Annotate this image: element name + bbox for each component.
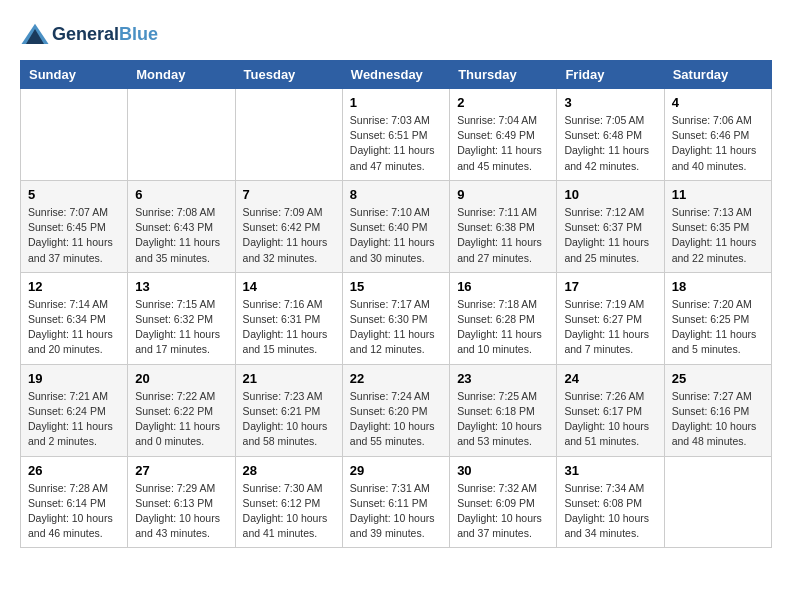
day-number: 19 [28, 371, 120, 386]
weekday-header-sunday: Sunday [21, 61, 128, 89]
day-info: Sunrise: 7:19 AM Sunset: 6:27 PM Dayligh… [564, 297, 656, 358]
calendar-week-row: 12Sunrise: 7:14 AM Sunset: 6:34 PM Dayli… [21, 272, 772, 364]
day-info: Sunrise: 7:10 AM Sunset: 6:40 PM Dayligh… [350, 205, 442, 266]
day-info: Sunrise: 7:32 AM Sunset: 6:09 PM Dayligh… [457, 481, 549, 542]
calendar-cell: 14Sunrise: 7:16 AM Sunset: 6:31 PM Dayli… [235, 272, 342, 364]
day-info: Sunrise: 7:20 AM Sunset: 6:25 PM Dayligh… [672, 297, 764, 358]
calendar-cell: 21Sunrise: 7:23 AM Sunset: 6:21 PM Dayli… [235, 364, 342, 456]
calendar-cell: 3Sunrise: 7:05 AM Sunset: 6:48 PM Daylig… [557, 89, 664, 181]
calendar-week-row: 19Sunrise: 7:21 AM Sunset: 6:24 PM Dayli… [21, 364, 772, 456]
weekday-header-wednesday: Wednesday [342, 61, 449, 89]
weekday-header-thursday: Thursday [450, 61, 557, 89]
day-info: Sunrise: 7:03 AM Sunset: 6:51 PM Dayligh… [350, 113, 442, 174]
day-number: 9 [457, 187, 549, 202]
day-number: 3 [564, 95, 656, 110]
logo: GeneralBlue [20, 20, 158, 50]
day-number: 5 [28, 187, 120, 202]
day-info: Sunrise: 7:09 AM Sunset: 6:42 PM Dayligh… [243, 205, 335, 266]
day-info: Sunrise: 7:25 AM Sunset: 6:18 PM Dayligh… [457, 389, 549, 450]
logo-icon [20, 20, 50, 50]
calendar-cell: 28Sunrise: 7:30 AM Sunset: 6:12 PM Dayli… [235, 456, 342, 548]
calendar-cell: 10Sunrise: 7:12 AM Sunset: 6:37 PM Dayli… [557, 180, 664, 272]
day-info: Sunrise: 7:05 AM Sunset: 6:48 PM Dayligh… [564, 113, 656, 174]
day-number: 13 [135, 279, 227, 294]
calendar-cell: 11Sunrise: 7:13 AM Sunset: 6:35 PM Dayli… [664, 180, 771, 272]
day-info: Sunrise: 7:30 AM Sunset: 6:12 PM Dayligh… [243, 481, 335, 542]
day-number: 24 [564, 371, 656, 386]
day-number: 20 [135, 371, 227, 386]
calendar-week-row: 26Sunrise: 7:28 AM Sunset: 6:14 PM Dayli… [21, 456, 772, 548]
calendar-cell: 2Sunrise: 7:04 AM Sunset: 6:49 PM Daylig… [450, 89, 557, 181]
calendar-cell: 20Sunrise: 7:22 AM Sunset: 6:22 PM Dayli… [128, 364, 235, 456]
day-info: Sunrise: 7:14 AM Sunset: 6:34 PM Dayligh… [28, 297, 120, 358]
day-info: Sunrise: 7:12 AM Sunset: 6:37 PM Dayligh… [564, 205, 656, 266]
calendar-cell: 1Sunrise: 7:03 AM Sunset: 6:51 PM Daylig… [342, 89, 449, 181]
calendar-cell: 19Sunrise: 7:21 AM Sunset: 6:24 PM Dayli… [21, 364, 128, 456]
day-info: Sunrise: 7:26 AM Sunset: 6:17 PM Dayligh… [564, 389, 656, 450]
day-number: 14 [243, 279, 335, 294]
calendar-cell: 30Sunrise: 7:32 AM Sunset: 6:09 PM Dayli… [450, 456, 557, 548]
day-number: 28 [243, 463, 335, 478]
day-info: Sunrise: 7:08 AM Sunset: 6:43 PM Dayligh… [135, 205, 227, 266]
day-info: Sunrise: 7:29 AM Sunset: 6:13 PM Dayligh… [135, 481, 227, 542]
day-info: Sunrise: 7:18 AM Sunset: 6:28 PM Dayligh… [457, 297, 549, 358]
calendar-cell: 31Sunrise: 7:34 AM Sunset: 6:08 PM Dayli… [557, 456, 664, 548]
day-info: Sunrise: 7:24 AM Sunset: 6:20 PM Dayligh… [350, 389, 442, 450]
day-info: Sunrise: 7:16 AM Sunset: 6:31 PM Dayligh… [243, 297, 335, 358]
day-info: Sunrise: 7:27 AM Sunset: 6:16 PM Dayligh… [672, 389, 764, 450]
day-number: 27 [135, 463, 227, 478]
day-number: 17 [564, 279, 656, 294]
calendar-week-row: 5Sunrise: 7:07 AM Sunset: 6:45 PM Daylig… [21, 180, 772, 272]
weekday-header-friday: Friday [557, 61, 664, 89]
day-info: Sunrise: 7:28 AM Sunset: 6:14 PM Dayligh… [28, 481, 120, 542]
day-number: 11 [672, 187, 764, 202]
calendar-table: SundayMondayTuesdayWednesdayThursdayFrid… [20, 60, 772, 548]
day-number: 22 [350, 371, 442, 386]
calendar-cell [21, 89, 128, 181]
weekday-header-monday: Monday [128, 61, 235, 89]
day-info: Sunrise: 7:23 AM Sunset: 6:21 PM Dayligh… [243, 389, 335, 450]
calendar-cell: 17Sunrise: 7:19 AM Sunset: 6:27 PM Dayli… [557, 272, 664, 364]
calendar-cell: 4Sunrise: 7:06 AM Sunset: 6:46 PM Daylig… [664, 89, 771, 181]
day-number: 1 [350, 95, 442, 110]
calendar-cell: 8Sunrise: 7:10 AM Sunset: 6:40 PM Daylig… [342, 180, 449, 272]
calendar-week-row: 1Sunrise: 7:03 AM Sunset: 6:51 PM Daylig… [21, 89, 772, 181]
calendar-cell: 12Sunrise: 7:14 AM Sunset: 6:34 PM Dayli… [21, 272, 128, 364]
calendar-cell: 24Sunrise: 7:26 AM Sunset: 6:17 PM Dayli… [557, 364, 664, 456]
day-number: 23 [457, 371, 549, 386]
day-number: 25 [672, 371, 764, 386]
day-info: Sunrise: 7:15 AM Sunset: 6:32 PM Dayligh… [135, 297, 227, 358]
day-info: Sunrise: 7:31 AM Sunset: 6:11 PM Dayligh… [350, 481, 442, 542]
calendar-cell: 16Sunrise: 7:18 AM Sunset: 6:28 PM Dayli… [450, 272, 557, 364]
day-info: Sunrise: 7:17 AM Sunset: 6:30 PM Dayligh… [350, 297, 442, 358]
calendar-cell: 26Sunrise: 7:28 AM Sunset: 6:14 PM Dayli… [21, 456, 128, 548]
day-number: 15 [350, 279, 442, 294]
day-number: 18 [672, 279, 764, 294]
day-info: Sunrise: 7:13 AM Sunset: 6:35 PM Dayligh… [672, 205, 764, 266]
day-info: Sunrise: 7:21 AM Sunset: 6:24 PM Dayligh… [28, 389, 120, 450]
day-number: 7 [243, 187, 335, 202]
calendar-cell: 5Sunrise: 7:07 AM Sunset: 6:45 PM Daylig… [21, 180, 128, 272]
day-number: 31 [564, 463, 656, 478]
calendar-cell: 22Sunrise: 7:24 AM Sunset: 6:20 PM Dayli… [342, 364, 449, 456]
day-number: 16 [457, 279, 549, 294]
day-info: Sunrise: 7:22 AM Sunset: 6:22 PM Dayligh… [135, 389, 227, 450]
day-number: 8 [350, 187, 442, 202]
calendar-cell: 18Sunrise: 7:20 AM Sunset: 6:25 PM Dayli… [664, 272, 771, 364]
day-info: Sunrise: 7:34 AM Sunset: 6:08 PM Dayligh… [564, 481, 656, 542]
day-number: 21 [243, 371, 335, 386]
day-number: 29 [350, 463, 442, 478]
weekday-header-saturday: Saturday [664, 61, 771, 89]
logo-text: GeneralBlue [52, 25, 158, 45]
calendar-cell: 7Sunrise: 7:09 AM Sunset: 6:42 PM Daylig… [235, 180, 342, 272]
page-header: GeneralBlue [20, 20, 772, 50]
day-number: 30 [457, 463, 549, 478]
calendar-cell: 13Sunrise: 7:15 AM Sunset: 6:32 PM Dayli… [128, 272, 235, 364]
day-number: 2 [457, 95, 549, 110]
calendar-cell [235, 89, 342, 181]
calendar-cell: 15Sunrise: 7:17 AM Sunset: 6:30 PM Dayli… [342, 272, 449, 364]
day-info: Sunrise: 7:07 AM Sunset: 6:45 PM Dayligh… [28, 205, 120, 266]
day-info: Sunrise: 7:06 AM Sunset: 6:46 PM Dayligh… [672, 113, 764, 174]
day-info: Sunrise: 7:04 AM Sunset: 6:49 PM Dayligh… [457, 113, 549, 174]
calendar-cell [128, 89, 235, 181]
